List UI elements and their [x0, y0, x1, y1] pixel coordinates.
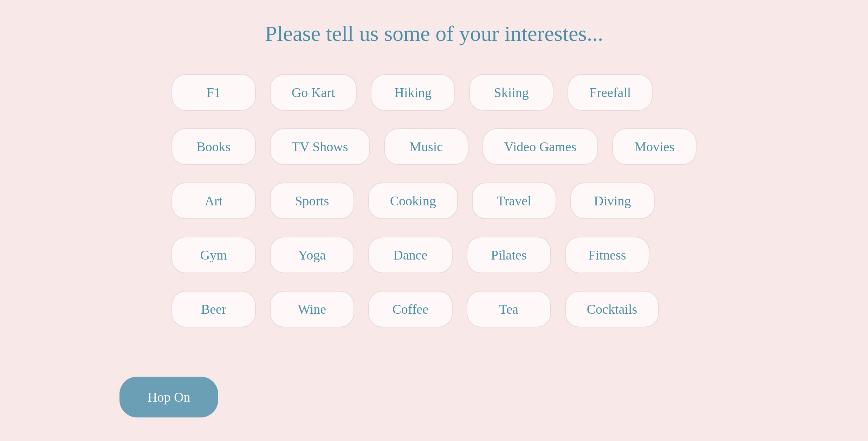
interest-chip-gym[interactable]: Gym — [171, 237, 256, 273]
interests-row-3: ArtSportsCookingTravelDiving — [171, 183, 655, 219]
interest-chip-fitness[interactable]: Fitness — [565, 237, 649, 273]
interest-chip-go-kart[interactable]: Go Kart — [270, 74, 357, 111]
interest-chip-tea[interactable]: Tea — [467, 291, 551, 327]
interest-chip-skiing[interactable]: Skiing — [469, 74, 553, 111]
interests-grid: F1Go KartHikingSkiingFreefallBooksTV Sho… — [171, 74, 697, 327]
interest-chip-tv-shows[interactable]: TV Shows — [270, 128, 370, 165]
interests-row-2: BooksTV ShowsMusicVideo GamesMovies — [171, 128, 697, 165]
interest-chip-diving[interactable]: Diving — [570, 183, 655, 219]
interest-chip-cooking[interactable]: Cooking — [368, 183, 458, 219]
interest-chip-video-games[interactable]: Video Games — [482, 128, 598, 165]
interests-row-4: GymYogaDancePilatesFitness — [171, 237, 649, 273]
interest-chip-coffee[interactable]: Coffee — [368, 291, 453, 327]
page-title: Please tell us some of your interestes..… — [265, 21, 603, 46]
interest-chip-wine[interactable]: Wine — [270, 291, 354, 327]
interest-chip-yoga[interactable]: Yoga — [270, 237, 354, 273]
interest-chip-pilates[interactable]: Pilates — [467, 237, 551, 273]
hop-on-button[interactable]: Hop On — [119, 377, 218, 417]
interest-chip-movies[interactable]: Movies — [612, 128, 697, 165]
interest-chip-sports[interactable]: Sports — [270, 183, 354, 219]
interest-chip-freefall[interactable]: Freefall — [568, 74, 653, 111]
interest-chip-travel[interactable]: Travel — [472, 183, 556, 219]
interest-chip-cocktails[interactable]: Cocktails — [565, 291, 659, 327]
interest-chip-art[interactable]: Art — [171, 183, 256, 219]
interest-chip-f1[interactable]: F1 — [171, 74, 256, 111]
interest-chip-books[interactable]: Books — [171, 128, 256, 165]
interest-chip-hiking[interactable]: Hiking — [371, 74, 455, 111]
interest-chip-music[interactable]: Music — [384, 128, 468, 165]
interests-row-1: F1Go KartHikingSkiingFreefall — [171, 74, 653, 111]
interests-row-5: BeerWineCoffeeTeaCocktails — [171, 291, 659, 327]
interest-chip-dance[interactable]: Dance — [368, 237, 453, 273]
interest-chip-beer[interactable]: Beer — [171, 291, 256, 327]
